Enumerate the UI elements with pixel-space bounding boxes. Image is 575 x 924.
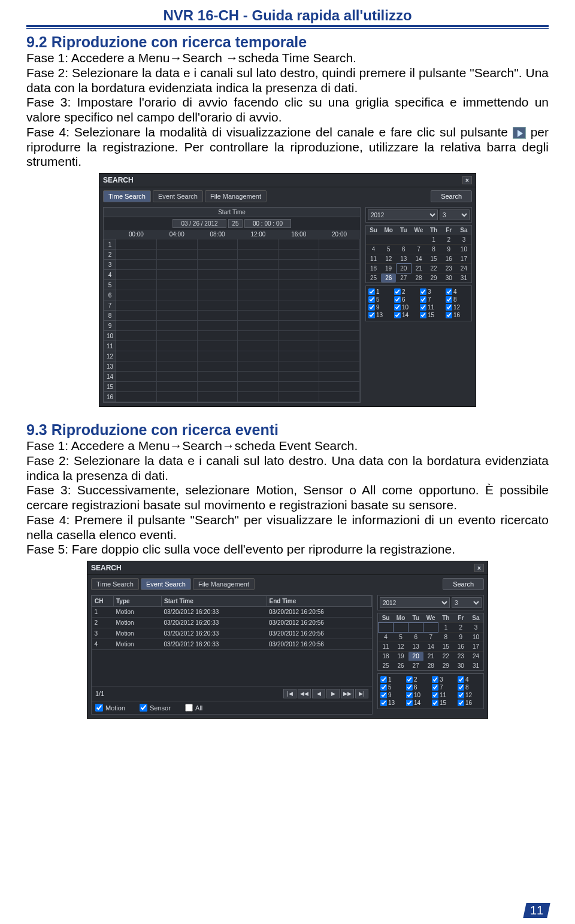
year-select[interactable]: 2012	[380, 597, 450, 608]
channel-checkbox[interactable]: 4	[458, 676, 481, 683]
channel-checkbox[interactable]: 5	[368, 296, 392, 303]
time-input[interactable]	[244, 219, 291, 228]
calendar-day[interactable]: 15	[438, 642, 453, 652]
calendar-day[interactable]	[379, 623, 394, 633]
close-icon[interactable]: ×	[462, 176, 472, 184]
channel-checkbox[interactable]: 12	[458, 692, 481, 698]
tab-event-search[interactable]: Event Search	[141, 578, 191, 590]
last-page-button[interactable]: ▶|	[355, 689, 368, 698]
timeline-row[interactable]: 6	[104, 290, 360, 300]
calendar-day[interactable]: 17	[468, 642, 483, 652]
calendar-day[interactable]: 10	[456, 245, 471, 254]
timeline-row[interactable]: 9	[104, 321, 360, 331]
calendar-day[interactable]: 14	[423, 642, 438, 652]
month-select[interactable]: 3	[452, 597, 482, 608]
calendar-day[interactable]: 16	[441, 254, 456, 264]
year-select[interactable]: 2012	[368, 209, 438, 220]
calendar-day[interactable]	[408, 623, 423, 633]
calendar-day[interactable]: 23	[441, 264, 456, 273]
channel-checkbox[interactable]: 13	[380, 700, 404, 706]
calendar-day[interactable]: 28	[411, 273, 426, 283]
channel-checkbox[interactable]: 14	[394, 312, 417, 318]
timeline-row[interactable]: 7	[104, 300, 360, 311]
calendar-day[interactable]: 3	[456, 235, 471, 245]
channel-checkbox[interactable]: 9	[368, 304, 392, 311]
timeline-row[interactable]: 2	[104, 250, 360, 260]
calendar-day[interactable]: 18	[379, 652, 394, 661]
timeline-row[interactable]: 8	[104, 311, 360, 321]
timeline-row[interactable]: 4	[104, 270, 360, 280]
calendar-day[interactable]	[366, 235, 381, 245]
channel-checkbox[interactable]: 2	[406, 676, 429, 683]
calendar-day[interactable]: 12	[394, 642, 408, 652]
calendar-day[interactable]: 2	[453, 623, 468, 633]
channel-checkbox[interactable]: 1	[380, 676, 404, 683]
calendar-day[interactable]: 9	[453, 633, 468, 642]
close-icon[interactable]: ×	[474, 564, 484, 572]
calendar-day[interactable]: 17	[456, 254, 471, 264]
timeline-row[interactable]: 16	[104, 392, 360, 402]
calendar-day[interactable]: 31	[456, 273, 471, 283]
channel-checkbox[interactable]: 11	[420, 304, 443, 311]
tab-event-search[interactable]: Event Search	[153, 190, 203, 202]
calendar-day[interactable]: 19	[381, 264, 396, 273]
calendar-day[interactable]: 26	[381, 273, 396, 283]
timeline-row[interactable]: 12	[104, 351, 360, 361]
tab-time-search[interactable]: Time Search	[91, 578, 139, 590]
filter-all[interactable]: All	[185, 704, 202, 712]
calendar-day[interactable]: 19	[394, 652, 408, 661]
calendar-day[interactable]: 30	[441, 273, 456, 283]
calendar-day[interactable]: 5	[394, 633, 408, 642]
calendar[interactable]: SuMoTuWeThFrSa12345678910111213141516171…	[366, 226, 471, 282]
calendar-day[interactable]: 18	[366, 264, 381, 273]
channel-checkbox[interactable]: 13	[368, 312, 392, 318]
next-button[interactable]: ▶	[326, 689, 340, 698]
calendar-day[interactable]: 26	[394, 661, 408, 671]
channel-checkbox[interactable]: 5	[380, 684, 404, 691]
filter-sensor[interactable]: Sensor	[140, 704, 171, 712]
timeline-grid[interactable]: 00:0004:0008:0012:0016:0020:00 123456789…	[104, 230, 360, 402]
channel-checkbox[interactable]: 1	[368, 288, 392, 295]
calendar-day[interactable]: 30	[453, 661, 468, 671]
calendar-day[interactable]: 31	[468, 661, 483, 671]
prev-button[interactable]: ◀	[312, 689, 325, 698]
channel-checkbox[interactable]: 3	[432, 676, 455, 683]
calendar-day[interactable]: 23	[453, 652, 468, 661]
channel-checkbox[interactable]: 8	[446, 296, 469, 303]
calendar-day[interactable]: 3	[468, 623, 483, 633]
channel-checkbox[interactable]: 9	[380, 692, 404, 698]
calendar-day[interactable]: 6	[396, 245, 411, 254]
tab-file-management[interactable]: File Management	[205, 190, 267, 202]
calendar-day[interactable]: 25	[366, 273, 381, 283]
calendar-day[interactable]: 28	[423, 661, 438, 671]
search-button[interactable]: Search	[443, 578, 484, 590]
calendar-day[interactable]: 22	[426, 264, 441, 273]
calendar-day[interactable]: 11	[379, 642, 394, 652]
calendar-day[interactable]	[411, 235, 426, 245]
calendar-day[interactable]	[396, 235, 411, 245]
table-row[interactable]: 4Motion03/20/2012 16:20:3303/20/2012 16:…	[92, 639, 372, 650]
tab-file-management[interactable]: File Management	[193, 578, 255, 590]
channel-checkbox[interactable]: 10	[394, 304, 417, 311]
date-input[interactable]	[172, 219, 226, 228]
event-table[interactable]: CH Type Start Time End Time 1Motion03/20…	[92, 595, 372, 650]
channel-grid[interactable]: 12345678910111213141516	[366, 286, 471, 321]
filter-motion[interactable]: Motion	[95, 704, 125, 712]
calendar-day[interactable]: 7	[423, 633, 438, 642]
calendar-day[interactable]: 1	[438, 623, 453, 633]
calendar-day[interactable]: 21	[411, 264, 426, 273]
tab-time-search[interactable]: Time Search	[103, 190, 151, 202]
calendar-day[interactable]: 15	[426, 254, 441, 264]
channel-checkbox[interactable]: 14	[406, 700, 429, 706]
calendar-day[interactable]: 22	[438, 652, 453, 661]
calendar-day[interactable]: 10	[468, 633, 483, 642]
calendar-day[interactable]: 29	[438, 661, 453, 671]
calendar-day[interactable]: 29	[426, 273, 441, 283]
table-row[interactable]: 1Motion03/20/2012 16:20:3303/20/2012 16:…	[92, 607, 372, 618]
calendar-day[interactable]: 14	[411, 254, 426, 264]
calendar-day[interactable]: 2	[441, 235, 456, 245]
calendar-day[interactable]: 27	[408, 661, 423, 671]
calendar-day[interactable]: 16	[453, 642, 468, 652]
calendar-day[interactable]: 7	[411, 245, 426, 254]
calendar-day[interactable]: 4	[366, 245, 381, 254]
